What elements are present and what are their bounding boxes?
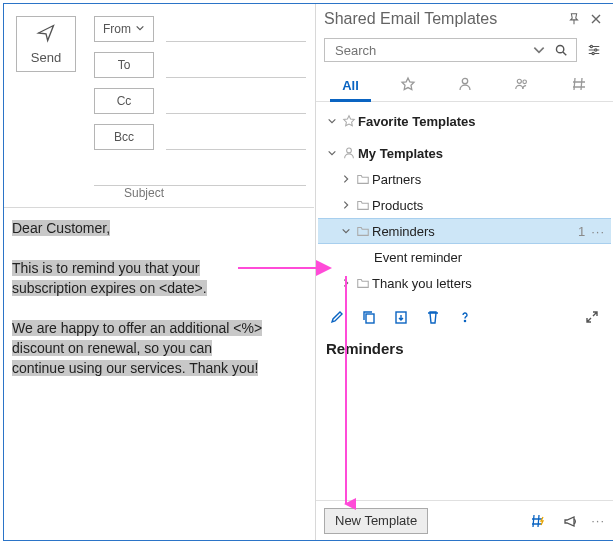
tab-team[interactable]	[493, 69, 550, 101]
search-icon[interactable]	[550, 39, 572, 61]
to-input[interactable]	[166, 54, 306, 78]
body-line: subscription expires on <date>.	[12, 280, 207, 296]
people-icon	[514, 76, 530, 95]
tree-folder[interactable]: Reminders1···	[318, 218, 611, 244]
chevron-right-icon[interactable]	[338, 200, 354, 210]
svg-point-5	[517, 79, 521, 83]
more-icon[interactable]: ···	[591, 224, 605, 239]
tab-all-label: All	[342, 78, 359, 93]
tab-favorites[interactable]	[379, 69, 436, 101]
tree-label: Event reminder	[374, 250, 605, 265]
more-icon[interactable]: ···	[591, 513, 605, 528]
folder-icon	[354, 172, 372, 186]
body-line: continue using our services. Thank you!	[12, 360, 258, 376]
chevron-down-icon[interactable]	[338, 226, 354, 236]
body-line: discount on renewal, so you can	[12, 340, 212, 356]
tree-label: My Templates	[358, 146, 605, 161]
chevron-down-icon[interactable]	[324, 116, 340, 126]
search-box[interactable]	[324, 38, 577, 62]
help-icon[interactable]	[454, 306, 476, 328]
settings-list-icon[interactable]	[583, 39, 605, 61]
svg-point-4	[462, 78, 467, 83]
from-input[interactable]	[166, 18, 306, 42]
subject-label: Subject	[124, 186, 164, 200]
tree-folder[interactable]: Thank you letters	[318, 270, 611, 296]
tree-label: Partners	[372, 172, 605, 187]
copy-icon[interactable]	[358, 306, 380, 328]
to-label: To	[118, 58, 131, 72]
search-input[interactable]	[333, 42, 528, 59]
edit-icon[interactable]	[326, 306, 348, 328]
chevron-right-icon[interactable]	[338, 278, 354, 288]
cc-input[interactable]	[166, 90, 306, 114]
tab-tags[interactable]	[550, 69, 607, 101]
tree-folder[interactable]: Partners	[318, 166, 611, 192]
subject-input[interactable]	[94, 162, 306, 186]
tree-folder[interactable]: Products	[318, 192, 611, 218]
from-label: From	[103, 22, 131, 36]
email-body[interactable]: Dear Customer, This is to remind you tha…	[12, 218, 312, 378]
person-icon	[340, 146, 358, 160]
send-label: Send	[31, 50, 61, 65]
expand-icon[interactable]	[581, 306, 603, 328]
cc-button[interactable]: Cc	[94, 88, 154, 114]
bcc-input[interactable]	[166, 126, 306, 150]
hash-icon	[571, 76, 587, 95]
bcc-label: Bcc	[114, 130, 134, 144]
body-line: We are happy to offer an additional <%>	[12, 320, 262, 336]
pin-icon[interactable]	[563, 8, 585, 30]
body-line: Dear Customer,	[12, 220, 110, 236]
chevron-down-icon[interactable]	[324, 148, 340, 158]
folder-icon	[354, 276, 372, 290]
tree-count: 1	[578, 224, 585, 239]
tree-label: Products	[372, 198, 605, 213]
new-template-button[interactable]: New Template	[324, 508, 428, 534]
tree-template[interactable]: Event reminder	[318, 244, 611, 270]
svg-rect-8	[366, 314, 374, 323]
chevron-down-icon[interactable]	[528, 39, 550, 61]
announce-icon[interactable]	[559, 510, 581, 532]
tree-favorites[interactable]: Favorite Templates	[318, 108, 611, 134]
send-button[interactable]: Send	[16, 16, 76, 72]
svg-point-6	[522, 80, 526, 84]
tree-label: Reminders	[372, 224, 578, 239]
svg-point-10	[464, 320, 465, 321]
tree-my-templates[interactable]: My Templates	[318, 140, 611, 166]
svg-point-2	[595, 49, 597, 51]
bcc-button[interactable]: Bcc	[94, 124, 154, 150]
folder-icon	[354, 198, 372, 212]
delete-icon[interactable]	[422, 306, 444, 328]
close-icon[interactable]	[585, 8, 607, 30]
tab-personal[interactable]	[436, 69, 493, 101]
chevron-right-icon[interactable]	[338, 174, 354, 184]
star-icon	[400, 76, 416, 95]
panel-title: Shared Email Templates	[324, 10, 497, 28]
folder-icon	[354, 224, 372, 238]
tab-all[interactable]: All	[322, 69, 379, 101]
star-icon	[340, 114, 358, 128]
tree-label: Thank you letters	[372, 276, 605, 291]
person-icon	[457, 76, 473, 95]
svg-point-7	[347, 148, 352, 153]
selected-folder-title: Reminders	[316, 334, 613, 357]
chevron-down-icon	[135, 22, 145, 36]
svg-point-0	[556, 45, 563, 52]
body-line: This is to remind you that your	[12, 260, 200, 276]
svg-point-1	[590, 45, 592, 47]
send-icon	[36, 23, 56, 46]
svg-point-3	[592, 52, 594, 54]
hash-bolt-icon[interactable]	[527, 510, 549, 532]
cc-label: Cc	[117, 94, 132, 108]
new-template-label: New Template	[335, 513, 417, 528]
to-button[interactable]: To	[94, 52, 154, 78]
import-icon[interactable]	[390, 306, 412, 328]
from-button[interactable]: From	[94, 16, 154, 42]
tree-label: Favorite Templates	[358, 114, 605, 129]
